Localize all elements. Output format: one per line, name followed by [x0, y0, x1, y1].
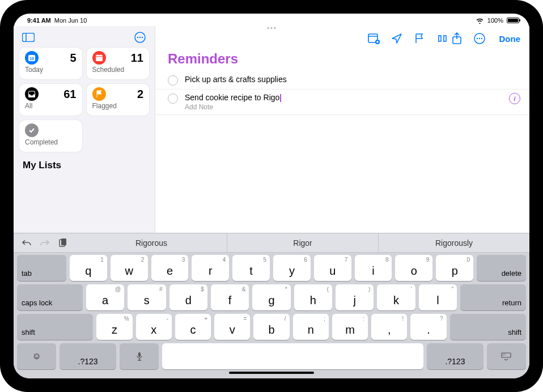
more-button[interactable] [473, 32, 486, 45]
key-r[interactable]: 4r [192, 255, 229, 281]
suggestion[interactable]: Rigor [227, 233, 378, 253]
key-t[interactable]: 5t [232, 255, 270, 281]
key-m[interactable]: :m [332, 314, 368, 340]
key-comma[interactable]: !, [371, 314, 407, 340]
sidebar: 10 5 Today 11 Scheduled [14, 26, 155, 233]
key-w[interactable]: 2w [111, 255, 148, 281]
home-indicator[interactable] [229, 372, 314, 374]
key-i[interactable]: 8i [355, 255, 392, 281]
svg-point-21 [481, 38, 482, 39]
key-b[interactable]: /b [253, 314, 289, 340]
tab-key[interactable]: tab [17, 255, 66, 281]
smartlist-completed[interactable]: Completed [19, 120, 82, 152]
svg-point-20 [478, 38, 480, 39]
svg-rect-8 [96, 55, 103, 61]
checkmark-icon [25, 123, 39, 137]
status-time: 9:41 AM [27, 17, 51, 24]
svg-rect-0 [23, 33, 35, 42]
shift-key[interactable]: shift [450, 314, 526, 340]
key-p[interactable]: 0p [436, 255, 473, 281]
key-u[interactable]: 7u [314, 255, 351, 281]
smartlist-scheduled[interactable]: 11 Scheduled [87, 48, 150, 79]
inbox-icon [25, 87, 39, 101]
status-date: Mon Jun 10 [54, 17, 87, 24]
space-key[interactable] [162, 343, 423, 369]
key-x[interactable]: -x [136, 314, 172, 340]
key-k[interactable]: 'k [377, 284, 415, 310]
reminder-title[interactable]: Send cookie recipe to Rigo [185, 93, 521, 102]
key-j[interactable]: )j [336, 284, 374, 310]
key-g[interactable]: *g [252, 284, 290, 310]
main-area: Done Reminders Pick up arts & crafts sup… [155, 26, 529, 233]
key-l[interactable]: "l [419, 284, 457, 310]
return-key[interactable]: return [460, 284, 526, 310]
key-z[interactable]: %z [96, 314, 132, 340]
dictation-key[interactable] [120, 343, 159, 369]
undo-button[interactable] [22, 238, 32, 248]
svg-point-19 [476, 38, 477, 39]
delete-key[interactable]: delete [477, 255, 526, 281]
key-a[interactable]: @a [86, 284, 124, 310]
key-e[interactable]: 3e [151, 255, 189, 281]
svg-point-3 [137, 37, 138, 38]
svg-text:10: 10 [29, 57, 34, 61]
redo-button[interactable] [40, 238, 50, 248]
svg-rect-24 [138, 352, 141, 357]
my-lists-heading: My Lists [19, 152, 149, 171]
numeric-switch-key[interactable]: .?123 [60, 343, 116, 369]
suggestion[interactable]: Rigorous [76, 233, 227, 253]
wifi-icon [476, 18, 484, 24]
key-period[interactable]: ?. [410, 314, 446, 340]
sidebar-more-button[interactable] [133, 32, 147, 43]
multitasking-dots[interactable] [268, 27, 276, 29]
dismiss-keyboard-key[interactable] [487, 343, 526, 369]
suggestion[interactable]: Rigorously [378, 233, 529, 253]
clipboard-button[interactable] [58, 238, 68, 248]
text-cursor [280, 94, 281, 102]
numeric-switch-key[interactable]: .?123 [427, 343, 483, 369]
smartlist-flagged[interactable]: 2 Flagged [87, 84, 150, 116]
key-o[interactable]: 9o [395, 255, 432, 281]
calendar-add-button[interactable] [368, 32, 380, 45]
list-title: Reminders [155, 49, 529, 71]
flag-icon [92, 87, 106, 101]
tag-button[interactable] [436, 32, 448, 45]
calendar-icon [92, 51, 106, 65]
shift-key[interactable]: shift [17, 314, 93, 340]
location-button[interactable] [391, 32, 403, 45]
key-h[interactable]: (h [294, 284, 332, 310]
svg-point-4 [139, 37, 141, 38]
svg-point-5 [142, 37, 143, 38]
key-c[interactable]: +c [175, 314, 211, 340]
status-bar: 9:41 AM Mon Jun 10 100% [14, 14, 529, 26]
battery-percent: 100% [487, 17, 503, 24]
complete-circle[interactable] [168, 93, 178, 104]
capslock-key[interactable]: caps lock [17, 284, 83, 310]
reminder-note-placeholder[interactable]: Add Note [185, 103, 521, 111]
flag-button[interactable] [413, 32, 426, 45]
done-button[interactable]: Done [496, 34, 521, 44]
battery-icon [507, 18, 519, 23]
share-button[interactable] [451, 32, 463, 45]
smartlist-today[interactable]: 10 5 Today [19, 48, 82, 79]
onscreen-keyboard: Rigorous Rigor Rigorously tab 1q 2w 3e 4… [14, 233, 529, 378]
emoji-key[interactable]: ☺ [17, 343, 56, 369]
key-d[interactable]: $d [169, 284, 207, 310]
key-n[interactable]: ;n [293, 314, 329, 340]
key-q[interactable]: 1q [70, 255, 107, 281]
key-s[interactable]: #s [128, 284, 166, 310]
reminder-title[interactable]: Pick up arts & crafts supplies [185, 75, 521, 84]
sidebar-toggle-button[interactable] [22, 32, 35, 43]
smartlist-all[interactable]: 61 All [19, 84, 82, 116]
calendar-today-icon: 10 [25, 51, 39, 65]
svg-rect-23 [61, 238, 66, 245]
key-f[interactable]: &f [211, 284, 249, 310]
info-button[interactable]: i [509, 93, 520, 104]
reminder-row[interactable]: Send cookie recipe to Rigo Add Note i [155, 90, 529, 115]
key-v[interactable]: =v [214, 314, 250, 340]
complete-circle[interactable] [168, 75, 178, 86]
reminder-row[interactable]: Pick up arts & crafts supplies [155, 71, 529, 90]
key-y[interactable]: 6y [273, 255, 311, 281]
